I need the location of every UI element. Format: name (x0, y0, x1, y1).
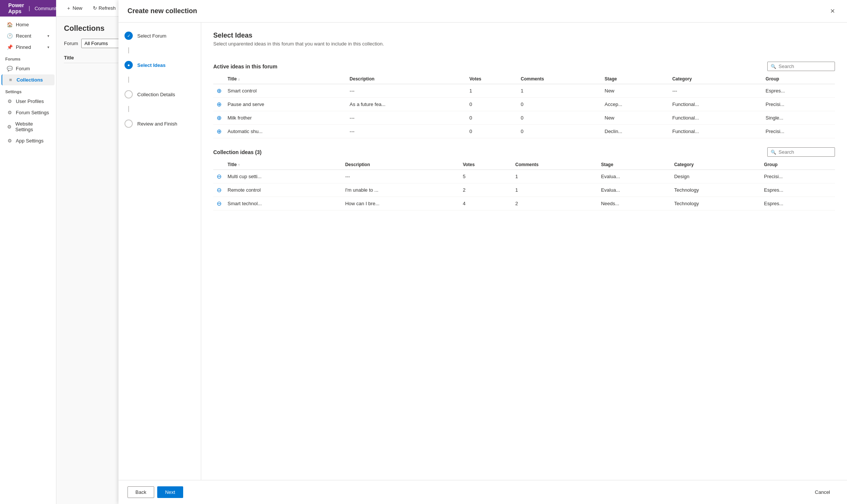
col-comments-header: Comments (518, 74, 602, 84)
active-ideas-table: Title ↓ Description Votes Comments Stage… (213, 74, 835, 138)
idea-category: --- (669, 84, 762, 98)
col-title-header-2: Title ↑ (225, 160, 342, 170)
website-settings-icon: ⚙ (7, 124, 12, 130)
sidebar-label-collections: Collections (17, 77, 43, 83)
step-label-review-finish: Review and Finish (137, 121, 177, 127)
remove-idea-button[interactable]: ⊖ (213, 197, 225, 210)
add-idea-button[interactable]: ⊕ (213, 111, 225, 125)
collection-ideas-table-head: Title ↑ Description Votes Comments Stage… (213, 160, 835, 170)
idea-votes: 0 (466, 98, 518, 111)
forum-filter-label: Forum (64, 41, 78, 46)
next-button[interactable]: Next (157, 486, 183, 498)
forum-icon: 💬 (7, 66, 13, 71)
idea-description: --- (347, 125, 466, 138)
col-group-header: Group (763, 74, 835, 84)
sidebar-item-pinned[interactable]: 📌 Pinned ▾ (2, 42, 55, 53)
col-comments-header-2: Comments (512, 160, 598, 170)
active-ideas-search-input[interactable] (779, 64, 832, 69)
sidebar-item-collections[interactable]: ≡ Collections (2, 74, 55, 85)
idea-comments: 2 (512, 197, 598, 210)
sidebar-label-forum-settings: Forum Settings (16, 110, 49, 115)
step-circle-4 (124, 120, 133, 128)
col-votes-header: Votes (466, 74, 518, 84)
collection-ideas-search-box[interactable]: 🔍 (767, 147, 835, 157)
modal-title: Create new collection (128, 7, 197, 15)
sidebar-item-user-profiles[interactable]: ⚙ User Profiles (2, 96, 55, 107)
add-idea-button[interactable]: ⊕ (213, 84, 225, 98)
idea-description: --- (342, 170, 460, 183)
idea-description: I'm unable to ... (342, 183, 460, 197)
idea-votes: 4 (460, 197, 512, 210)
idea-group: Precisi... (763, 98, 835, 111)
modal-main: Select Ideas Select unparented ideas in … (201, 23, 847, 480)
refresh-icon: ↻ (93, 5, 97, 11)
sidebar-nav: 🏠 Home 🕐 Recent ▾ 📌 Pinned ▾ Forums 💬 Fo… (0, 17, 56, 504)
sidebar-item-forum[interactable]: 💬 Forum (2, 63, 55, 74)
idea-comments: 1 (518, 84, 602, 98)
section-title: Select Ideas (213, 32, 835, 39)
idea-description: As a future fea... (347, 98, 466, 111)
forums-section-label: Forums (0, 53, 56, 63)
idea-votes: 0 (466, 111, 518, 125)
col-title-header: Title ↓ (225, 74, 347, 84)
sidebar-item-home[interactable]: 🏠 Home (2, 19, 55, 30)
idea-stage: New (602, 84, 669, 98)
add-idea-button[interactable]: ⊕ (213, 125, 225, 138)
back-button[interactable]: Back (128, 486, 154, 498)
idea-stage: New (602, 111, 669, 125)
section-subtitle: Select unparented ideas in this forum th… (213, 41, 835, 47)
col-category-header-2: Category (671, 160, 761, 170)
active-ideas-search-box[interactable]: 🔍 (767, 62, 835, 71)
sidebar-item-recent[interactable]: 🕐 Recent ▾ (2, 30, 55, 41)
active-idea-row: ⊕ Smart control --- 1 1 New --- Espres..… (213, 84, 835, 98)
collection-ideas-header: Collection ideas (3) 🔍 (213, 147, 835, 157)
new-button[interactable]: ＋ New (62, 3, 86, 14)
sidebar-item-forum-settings[interactable]: ⚙ Forum Settings (2, 107, 55, 118)
active-ideas-section: Active ideas in this forum 🔍 Title ↓ Des… (213, 62, 835, 138)
active-idea-row: ⊕ Milk frother --- 0 0 New Functional...… (213, 111, 835, 125)
home-icon: 🏠 (7, 22, 13, 27)
idea-description: How can I bre... (342, 197, 460, 210)
sidebar-label-home: Home (16, 22, 29, 27)
modal-close-button[interactable]: ✕ (827, 6, 838, 16)
collection-ideas-table: Title ↑ Description Votes Comments Stage… (213, 160, 835, 210)
remove-idea-button[interactable]: ⊖ (213, 170, 225, 183)
refresh-button-label: Refresh (99, 5, 116, 11)
idea-comments: 0 (518, 125, 602, 138)
collection-ideas-section: Collection ideas (3) 🔍 Title ↑ Descripti… (213, 147, 835, 210)
active-ideas-table-head: Title ↓ Description Votes Comments Stage… (213, 74, 835, 84)
cancel-button[interactable]: Cancel (807, 486, 838, 498)
col-stage-header-2: Stage (598, 160, 671, 170)
remove-idea-button[interactable]: ⊖ (213, 183, 225, 197)
idea-title: Automatic shu... (225, 125, 347, 138)
app-header: Power Apps | Community (0, 0, 56, 17)
col-action-header-2 (213, 160, 225, 170)
refresh-button[interactable]: ↻ Refresh (89, 3, 120, 13)
col-group-header-2: Group (761, 160, 835, 170)
idea-group: Espres... (763, 84, 835, 98)
idea-category: Functional... (669, 98, 762, 111)
idea-group: Precisi... (761, 170, 835, 183)
sidebar-item-app-settings[interactable]: ⚙ App Settings (2, 135, 55, 146)
collection-ideas-search-input[interactable] (779, 149, 832, 155)
wizard-step-select-forum: ✓ Select Forum (124, 32, 195, 40)
idea-comments: 1 (512, 170, 598, 183)
idea-description: --- (347, 111, 466, 125)
app-icon (5, 5, 5, 11)
chevron-down-icon: ▾ (47, 34, 49, 38)
col-description-header-2: Description (342, 160, 460, 170)
idea-category: Design (671, 170, 761, 183)
sidebar-item-website-settings[interactable]: ⚙ Website Settings (2, 118, 55, 135)
collection-idea-row: ⊖ Multi cup setti... --- 5 1 Evalua... D… (213, 170, 835, 183)
idea-votes: 5 (460, 170, 512, 183)
sort-arrow-down: ↓ (238, 77, 240, 81)
collection-ideas-table-body: ⊖ Multi cup setti... --- 5 1 Evalua... D… (213, 170, 835, 210)
sort-arrow-up: ↑ (238, 163, 240, 167)
sidebar: Power Apps | Community 🏠 Home 🕐 Recent ▾… (0, 0, 56, 504)
idea-category: Functional... (669, 111, 762, 125)
collections-icon: ≡ (8, 77, 14, 83)
search-icon-2: 🔍 (771, 150, 776, 155)
add-idea-button[interactable]: ⊕ (213, 98, 225, 111)
idea-stage: Accep... (602, 98, 669, 111)
idea-comments: 0 (518, 98, 602, 111)
